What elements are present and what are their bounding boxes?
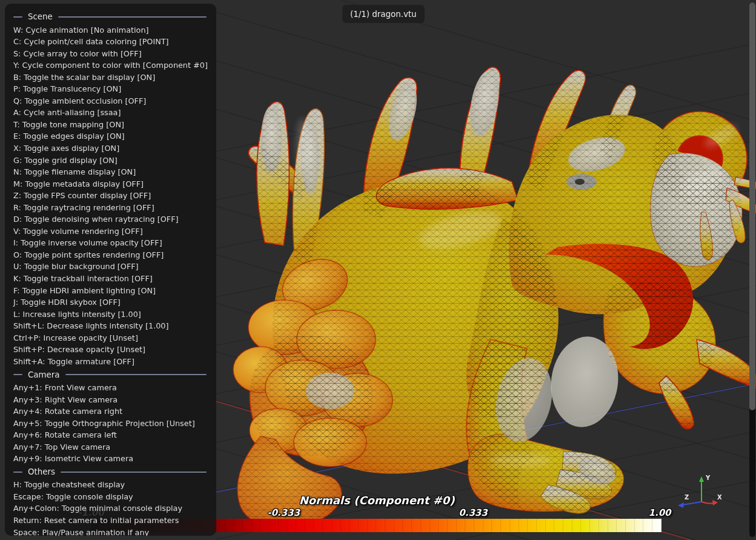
cheatsheet-line: Shift+A: Toggle armature [OFF] bbox=[13, 356, 209, 368]
f3d-window: Y Z X Normals (Component #0) -1.00 -0.33… bbox=[0, 0, 756, 540]
filename-badge: (1/1) dragon.vtu bbox=[342, 5, 425, 23]
header-dash bbox=[13, 472, 22, 473]
cheatsheet-panel: Scene W: Cycle animation [No animation]C… bbox=[5, 4, 216, 536]
cheatsheet-line: H: Toggle cheatsheet display bbox=[13, 479, 209, 491]
cheatsheet-line: Space: Play/Pause animation if any bbox=[13, 527, 209, 536]
cheatsheet-line: A: Cycle anti-aliasing [ssaa] bbox=[13, 107, 209, 119]
y-axis-label: Y bbox=[705, 475, 711, 481]
cheatsheet-line: N: Toggle filename display [ON] bbox=[13, 166, 209, 178]
cheatsheet-line: Return: Reset camera to initial paramete… bbox=[13, 515, 209, 527]
cheatsheet-line: E: Toggle edges display [ON] bbox=[13, 130, 209, 142]
cheatsheet-line: Z: Toggle FPS counter display [OFF] bbox=[13, 190, 209, 202]
cheatsheet-line: J: Toggle HDRI skybox [OFF] bbox=[13, 296, 209, 308]
cheatsheet-line: C: Cycle point/cell data coloring [POINT… bbox=[13, 36, 209, 48]
cheatsheet-line: W: Cycle animation [No animation] bbox=[13, 24, 209, 36]
cheatsheet-section-scene: Scene W: Cycle animation [No animation]C… bbox=[13, 11, 209, 367]
cheatsheet-line: Shift+P: Decrease opacity [Unset] bbox=[13, 344, 209, 356]
cheatsheet-line: Escape: Toggle console display bbox=[13, 491, 209, 503]
cheatsheet-line: Any+1: Front View camera bbox=[13, 382, 209, 394]
cheatsheet-line: Y: Cycle component to color with [Compon… bbox=[13, 59, 209, 72]
x-axis-label: X bbox=[717, 494, 722, 501]
cheatsheet-line: P: Toggle Translucency [ON] bbox=[13, 83, 209, 95]
y-axis-arrow bbox=[699, 476, 704, 482]
cheatsheet-line: X: Toggle axes display [ON] bbox=[13, 142, 209, 155]
z-axis-arrow bbox=[678, 502, 684, 508]
z-axis-label: Z bbox=[685, 494, 689, 501]
header-dash bbox=[13, 374, 22, 375]
section-title: Camera bbox=[28, 370, 60, 379]
cheatsheet-line: B: Toggle the scalar bar display [ON] bbox=[13, 72, 209, 84]
cheatsheet-line: Any+Colon: Toggle minimal console displa… bbox=[13, 502, 209, 515]
cheatsheet-line: Any+5: Toggle Orthographic Projection [U… bbox=[13, 418, 209, 430]
section-title: Others bbox=[28, 467, 55, 476]
cheatsheet-line: M: Toggle metadata display [OFF] bbox=[13, 178, 209, 190]
cheatsheet-line: S: Cycle array to color with [OFF] bbox=[13, 48, 209, 60]
dragon-model bbox=[233, 67, 756, 528]
cheatsheet-line: I: Toggle inverse volume opacity [OFF] bbox=[13, 237, 209, 249]
cheatsheet-line: T: Toggle tone mapping [ON] bbox=[13, 119, 209, 131]
cheatsheet-line: F: Toggle HDRI ambient lighting [ON] bbox=[13, 285, 209, 297]
panel-scrollbar-thumb[interactable] bbox=[749, 2, 755, 410]
cheatsheet-line: V: Toggle volume rendering [OFF] bbox=[13, 225, 209, 238]
cheatsheet-line: Any+9: Isometric View camera bbox=[13, 453, 209, 465]
cheatsheet-line: D: Toggle denoising when raytracing [OFF… bbox=[13, 213, 209, 225]
x-axis-arrow bbox=[712, 500, 718, 505]
cheatsheet-line: Any+4: Rotate camera right bbox=[13, 405, 209, 418]
cheatsheet-line: Any+7: Top View camera bbox=[13, 441, 209, 453]
cheatsheet-line: L: Increase lights intensity [1.00] bbox=[13, 308, 209, 321]
header-rule bbox=[65, 374, 207, 375]
cheatsheet-line: Ctrl+P: Increase opacity [Unset] bbox=[13, 332, 209, 344]
section-header-camera: Camera bbox=[13, 368, 209, 381]
cheatsheet-line: Q: Toggle ambient occlusion [OFF] bbox=[13, 95, 209, 107]
cheatsheet-section-others: Others H: Toggle cheatsheet displayEscap… bbox=[13, 466, 209, 536]
cheatsheet-line: Any+3: Right View camera bbox=[13, 394, 209, 406]
cheatsheet-line: Shift+L: Decrease lights intensity [1.00… bbox=[13, 320, 209, 332]
cheatsheet-line: K: Toggle trackball interaction [OFF] bbox=[13, 273, 209, 285]
header-rule bbox=[58, 16, 207, 18]
cheatsheet-section-camera: Camera Any+1: Front View cameraAny+3: Ri… bbox=[13, 368, 209, 464]
section-title: Scene bbox=[28, 12, 53, 21]
cheatsheet-line: Any+6: Rotate camera left bbox=[13, 429, 209, 441]
header-dash bbox=[13, 16, 22, 18]
cheatsheet-line: O: Toggle point sprites rendering [OFF] bbox=[13, 249, 209, 261]
header-rule bbox=[61, 472, 207, 473]
section-header-scene: Scene bbox=[13, 11, 209, 23]
section-header-others: Others bbox=[13, 466, 209, 478]
cheatsheet-line: U: Toggle blur background [OFF] bbox=[13, 261, 209, 273]
cheatsheet-line: R: Toggle raytracing rendering [OFF] bbox=[13, 202, 209, 214]
cheatsheet-line: G: Toggle grid display [ON] bbox=[13, 155, 209, 167]
